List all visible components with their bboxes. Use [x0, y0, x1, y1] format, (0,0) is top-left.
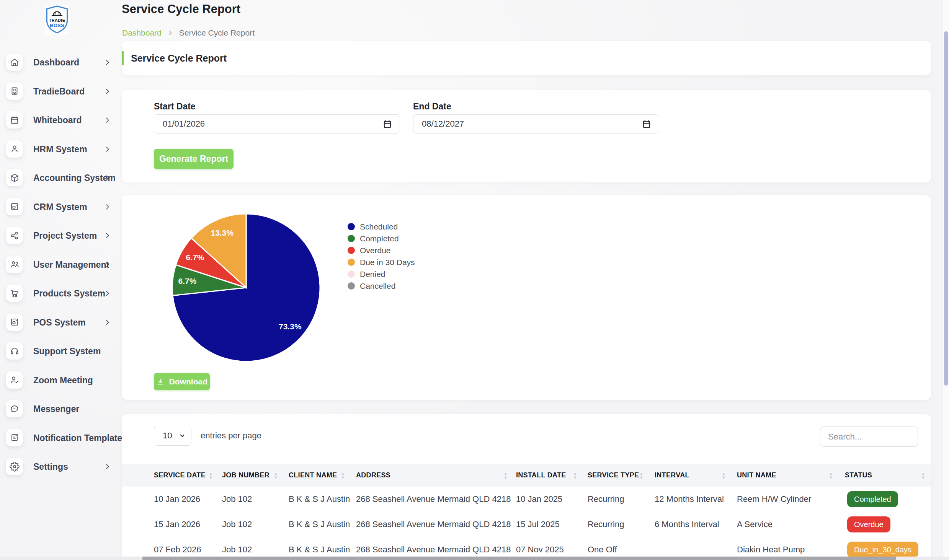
column-header-service-type[interactable]: SERVICE TYPE	[588, 464, 639, 487]
sidebar-item-tradieboard[interactable]: TradieBoard	[0, 77, 117, 106]
legend-dot	[348, 223, 355, 230]
sort-icon: ▲▼	[341, 472, 345, 479]
legend-item: Denied	[348, 268, 415, 280]
sidebar-item-whiteboard[interactable]: Whiteboard	[0, 106, 117, 135]
sort-icon: ▲▼	[573, 472, 577, 479]
calendar-icon[interactable]	[382, 119, 392, 129]
user-icon	[6, 140, 23, 158]
sidebar-item-dashboard[interactable]: Dashboard	[0, 48, 117, 77]
sort-icon: ▲▼	[209, 472, 213, 479]
sort-icon: ▲▼	[829, 472, 833, 479]
sidebar-item-project-system[interactable]: Project System	[0, 221, 117, 250]
sort-icon: ▲▼	[921, 472, 925, 479]
table-row: 10 Jan 2026Job 102B K & S J Austin268 Se…	[122, 487, 931, 512]
svg-text:6.7%: 6.7%	[178, 277, 196, 285]
sidebar-item-accounting-system[interactable]: Accounting System	[0, 163, 117, 192]
chart-legend: Scheduled Completed Overdue Due in 30 Da…	[348, 221, 415, 292]
table-cell: Recurring	[588, 512, 624, 537]
legend-dot	[348, 247, 355, 254]
sidebar-item-notification-template[interactable]: Notification Template	[0, 423, 117, 453]
sort-icon: ▲▼	[503, 472, 508, 479]
column-header-interval[interactable]: INTERVAL	[655, 464, 689, 487]
page-title: Service Cycle Report	[122, 2, 240, 16]
chevron-right-icon	[104, 203, 111, 210]
column-header-client-name[interactable]: CLIENT NAME	[289, 464, 337, 487]
tradieboss-logo[interactable]: TRADIE BOSS	[45, 5, 70, 34]
svg-text:73.3%: 73.3%	[279, 322, 302, 331]
column-header-unit-name[interactable]: UNIT NAME	[737, 464, 776, 487]
column-header-status[interactable]: STATUS	[845, 464, 872, 487]
svg-text:6.7%: 6.7%	[186, 253, 204, 262]
service-cycle-pie-chart: 73.3%6.7%6.7%13.3%	[170, 210, 323, 365]
sidebar-item-settings[interactable]: Settings	[0, 452, 117, 481]
table-cell: 15 Jan 2026	[154, 512, 200, 537]
search-input[interactable]	[820, 427, 918, 447]
breadcrumb-chevron-icon	[167, 30, 173, 36]
chevron-right-icon	[104, 145, 111, 153]
end-date-input[interactable]	[413, 114, 659, 133]
main-content: Service Cycle Report Dashboard Service C…	[122, 0, 931, 560]
chevron-down-icon	[179, 432, 186, 439]
legend-item: Overdue	[348, 244, 415, 256]
entries-per-page-label: entries per page	[201, 426, 261, 446]
legend-label: Completed	[360, 234, 399, 243]
breadcrumb-dashboard-link[interactable]: Dashboard	[122, 28, 162, 37]
calendar-icon[interactable]	[642, 119, 652, 129]
sidebar-item-zoom-meeting[interactable]: Zoom Meeting	[0, 366, 117, 395]
sidebar-item-hrm-system[interactable]: HRM System	[0, 135, 117, 164]
cart-icon	[6, 285, 23, 302]
logo-text-boss: BOSS	[50, 23, 64, 28]
legend-label: Cancelled	[360, 282, 395, 291]
vertical-scrollbar-thumb[interactable]	[944, 31, 948, 386]
chevron-right-icon	[104, 261, 111, 268]
chevron-right-icon	[104, 59, 111, 66]
column-header-service-date[interactable]: SERVICE DATE	[154, 464, 206, 487]
sidebar-item-crm-system[interactable]: CRM System	[0, 192, 117, 221]
sidebar-item-products-system[interactable]: Products System	[0, 279, 117, 308]
app-window-icon	[6, 314, 23, 331]
legend-item: Completed	[348, 233, 415, 244]
app-window-icon	[6, 198, 23, 215]
building-icon	[6, 83, 23, 100]
sidebar-item-pos-system[interactable]: POS System	[0, 308, 117, 337]
legend-dot	[348, 259, 355, 266]
sidebar-item-messenger[interactable]: Messenger	[0, 394, 117, 423]
horizontal-scrollbar-thumb[interactable]	[142, 557, 896, 560]
legend-item: Cancelled	[348, 280, 415, 292]
chevron-right-icon	[104, 88, 111, 95]
share-nodes-icon	[6, 227, 23, 244]
table-cell: 12 Months Interval	[655, 487, 724, 512]
sidebar-item-user-management[interactable]: User Management	[0, 250, 117, 279]
table-cell: A Service	[737, 512, 773, 537]
chevron-right-icon	[104, 290, 111, 297]
table-cell: 10 Jan 2026	[154, 487, 200, 512]
sidebar: TRADIE BOSS Dashboard TradieBoard Whiteb…	[0, 0, 122, 560]
chevron-right-icon	[104, 117, 111, 124]
chevron-right-icon	[104, 174, 111, 182]
table-cell: B K & S J Austin	[289, 487, 350, 512]
status-badge: Overdue	[847, 516, 890, 532]
legend-label: Scheduled	[360, 222, 398, 231]
status-badge: Due_in_30_days	[847, 542, 918, 558]
app-root: TRADIE BOSS Dashboard TradieBoard Whiteb…	[0, 0, 949, 560]
start-date-label: Start Date	[154, 101, 196, 112]
report-title-card: Service Cycle Report	[122, 41, 931, 75]
generate-report-button[interactable]: Generate Report	[154, 149, 234, 169]
start-date-input[interactable]	[154, 114, 400, 133]
table-cell: B K & S J Austin	[289, 512, 350, 537]
end-date-label: End Date	[413, 101, 451, 112]
table-cell: 15 Jul 2025	[516, 512, 560, 537]
legend-dot	[348, 282, 355, 290]
breadcrumb: Dashboard Service Cycle Report	[122, 28, 255, 37]
table-cell: 268 Seashell Avenue Mermaid QLD 4218	[356, 487, 511, 512]
sidebar-item-support-system[interactable]: Support System	[0, 337, 117, 366]
entries-per-page-select[interactable]: 10	[154, 426, 191, 446]
chevron-right-icon	[104, 319, 111, 326]
sort-icon: ▲▼	[722, 472, 726, 479]
column-header-address[interactable]: ADDRESS	[356, 464, 390, 487]
column-header-job-number[interactable]: JOB NUMBER	[222, 464, 270, 487]
column-header-install-date[interactable]: INSTALL DATE	[516, 464, 566, 487]
download-button[interactable]: Download	[154, 373, 210, 390]
legend-label: Due in 30 Days	[360, 258, 415, 267]
table-header-row: SERVICE DATE ▲▼JOB NUMBER ▲▼CLIENT NAME …	[122, 464, 931, 487]
